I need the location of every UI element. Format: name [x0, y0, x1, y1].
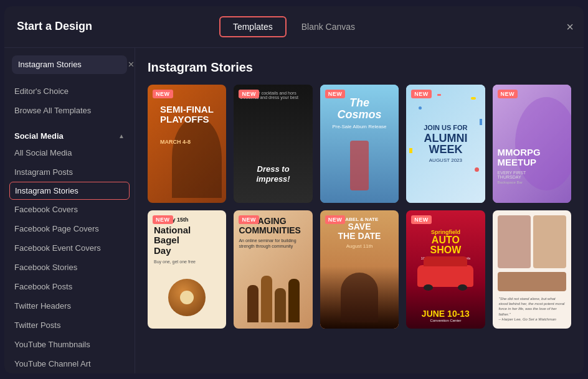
new-badge-6: NEW: [153, 215, 173, 224]
sidebar-item-browse-all[interactable]: Browse All Templates: [4, 101, 135, 120]
new-badge-3: NEW: [325, 90, 346, 98]
new-badge-7: NEW: [239, 215, 259, 224]
sidebar-item-all-social[interactable]: All Social Media: [4, 143, 135, 162]
template-card-7[interactable]: NEW ENGAGINGCOMMUNITIES An online semina…: [234, 210, 312, 329]
sidebar-item-facebook-page-covers[interactable]: Facebook Page Covers: [4, 219, 135, 238]
sidebar-item-editors-choice[interactable]: Editor's Choice: [4, 82, 135, 101]
new-badge-1: NEW: [153, 90, 173, 98]
sidebar: ✕ 🔍 Editor's Choice Browse All Templates…: [4, 48, 135, 373]
template-grid-row1: NEW SEMI-FINALPLAYOFFS MARCH 4-8 NEW: [148, 85, 571, 203]
sidebar-item-instagram-stories[interactable]: Instagram Stories: [9, 182, 130, 200]
template-card-3[interactable]: NEW TheCosmos Pre-Sale Album Release: [320, 85, 399, 203]
sidebar-item-instagram-posts[interactable]: Instagram Posts: [4, 162, 135, 182]
sidebar-item-facebook-event-covers[interactable]: Facebook Event Covers: [4, 238, 135, 258]
new-badge-5: NEW: [498, 90, 518, 98]
close-button[interactable]: ×: [566, 21, 574, 33]
sidebar-item-facebook-covers[interactable]: Facebook Covers: [4, 200, 135, 219]
template-card-4[interactable]: NEW JOIN US FOR ALUMNIWEEK AUG: [406, 85, 485, 203]
template-card-9[interactable]: NEW Springfield AUTOSHOW 100s of new and…: [406, 210, 485, 329]
search-bar[interactable]: ✕ 🔍: [12, 55, 127, 74]
template-card-8[interactable]: NEW ISABEL & NATE SAVETHE DATE August 11…: [320, 210, 399, 329]
player-silhouette: [172, 117, 222, 198]
template-card-6[interactable]: NEW January 15th NationalBagelDay Buy on…: [148, 210, 226, 329]
clear-icon[interactable]: ✕: [128, 60, 135, 69]
template-card-10[interactable]: "She did not stand alone, but what stood…: [493, 210, 571, 329]
template-grid-row2: NEW January 15th NationalBagelDay Buy on…: [148, 210, 571, 329]
tab-templates[interactable]: Templates: [219, 16, 287, 37]
template-card-5[interactable]: NEW MMORPGMEETUP EVERY FIRSTTHURSDAY Bac…: [493, 85, 571, 203]
chevron-up-icon: ▲: [118, 133, 125, 139]
new-badge-4: NEW: [411, 90, 432, 98]
main-content: Instagram Stories NEW SEMI-FINALPLAYOFFS…: [135, 48, 584, 373]
modal: Start a Design Templates Blank Canvas × …: [4, 6, 584, 373]
template-card-2[interactable]: NEW Dress toimpress! Join us for cocktai…: [234, 85, 312, 203]
new-badge-8: NEW: [325, 215, 346, 224]
section-title: Instagram Stories: [148, 60, 571, 75]
tab-group: Templates Blank Canvas: [219, 16, 369, 37]
template-card-1[interactable]: NEW SEMI-FINALPLAYOFFS MARCH 4-8: [148, 85, 226, 203]
tab-blank[interactable]: Blank Canvas: [288, 16, 369, 37]
modal-body: ✕ 🔍 Editor's Choice Browse All Templates…: [4, 48, 584, 373]
modal-header: Start a Design Templates Blank Canvas ×: [4, 6, 584, 48]
sidebar-item-twitter-posts[interactable]: Twitter Posts: [4, 316, 135, 335]
modal-title: Start a Design: [17, 20, 92, 33]
sidebar-item-twitter-headers[interactable]: Twitter Headers: [4, 296, 135, 316]
new-badge-9: NEW: [411, 215, 432, 224]
search-input[interactable]: [18, 60, 123, 69]
sidebar-item-facebook-posts[interactable]: Facebook Posts: [4, 277, 135, 296]
new-badge-2: NEW: [239, 90, 259, 98]
sidebar-item-youtube-thumbnails[interactable]: YouTube Thumbnails: [4, 335, 135, 354]
sidebar-item-youtube-channel-art[interactable]: YouTube Channel Art: [4, 354, 135, 373]
sidebar-item-facebook-stories[interactable]: Facebook Stories: [4, 258, 135, 277]
social-media-section[interactable]: Social Media ▲: [4, 125, 135, 143]
